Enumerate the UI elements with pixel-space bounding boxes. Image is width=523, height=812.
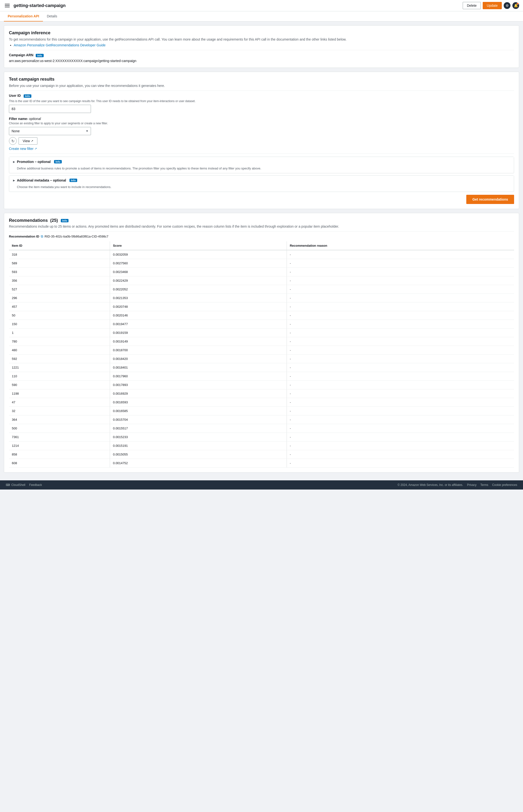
user-id-info-badge[interactable]: Info [24, 94, 31, 98]
cell-score: 0.0022052 [110, 285, 287, 294]
campaign-inference-desc: To get recommendations for this campaign… [9, 37, 514, 41]
cell-item-id: 296 [9, 294, 110, 302]
tab-details[interactable]: Details [43, 11, 61, 21]
view-button[interactable]: View ↗ [19, 137, 37, 145]
table-row: 457 0.0020748 - [9, 302, 514, 311]
feedback-link[interactable]: Feedback [29, 483, 42, 487]
filter-label: Filter name- optional [9, 117, 514, 121]
cell-reason: - [287, 250, 514, 259]
table-row: 1214 0.0015191 - [9, 441, 514, 450]
external-link-icon: ↗ [31, 139, 33, 143]
cell-reason: - [287, 433, 514, 441]
recommendations-desc: Recommendations include up to 25 items o… [9, 225, 514, 228]
table-row: 500 0.0015517 - [9, 424, 514, 433]
cell-item-id: 527 [9, 285, 110, 294]
cell-reason: - [287, 346, 514, 355]
privacy-link[interactable]: Privacy [467, 483, 476, 487]
cell-score: 0.0015191 [110, 441, 287, 450]
cell-reason: - [287, 311, 514, 320]
promotion-header[interactable]: ▶ Promotion – optional Info [9, 157, 514, 166]
cell-score: 0.0018420 [110, 355, 287, 363]
cell-reason: - [287, 294, 514, 302]
table-row: 356 0.0022429 - [9, 276, 514, 285]
tab-personalization-api[interactable]: Personalization API [4, 11, 43, 21]
arn-label: Campaign ARN [9, 53, 33, 57]
rec-id-row: Recommendation ID ⧉ RID-35-402c-ba0b-5fb… [9, 234, 514, 239]
cell-reason: - [287, 276, 514, 285]
metadata-header[interactable]: ▶ Additional metadata – optional Info [9, 176, 514, 185]
cell-item-id: 7361 [9, 433, 110, 441]
dev-guide-link[interactable]: Amazon Personalize GetRecommendations De… [14, 43, 106, 47]
promotion-arrow-icon: ▶ [13, 160, 15, 163]
cell-item-id: 1214 [9, 441, 110, 450]
cell-score: 0.0015517 [110, 424, 287, 433]
cell-score: 0.0016585 [110, 407, 287, 416]
table-row: 364 0.0015704 - [9, 416, 514, 424]
cell-score: 0.0018700 [110, 346, 287, 355]
cell-item-id: 50 [9, 311, 110, 320]
table-row: 592 0.0018420 - [9, 355, 514, 363]
cell-item-id: 780 [9, 337, 110, 346]
promotion-info-badge[interactable]: Info [54, 160, 62, 163]
cell-item-id: 1198 [9, 389, 110, 398]
update-button[interactable]: Update [483, 2, 502, 9]
cloudshell-button[interactable]: ⌨ CloudShell [6, 483, 25, 487]
recommendations-info-badge[interactable]: Info [61, 219, 69, 222]
cell-reason: - [287, 302, 514, 311]
delete-button[interactable]: Delete [463, 2, 481, 9]
copy-icon[interactable]: ⧉ [41, 234, 43, 239]
cell-item-id: 608 [9, 459, 110, 467]
cookie-link[interactable]: Cookie preferences [492, 483, 517, 487]
metadata-info-badge[interactable]: Info [70, 179, 77, 182]
cell-item-id: 32 [9, 407, 110, 416]
metadata-body: Choose the item metadata you want to inc… [9, 185, 514, 192]
cell-reason: - [287, 363, 514, 372]
cell-reason: - [287, 424, 514, 433]
col-score: Score [110, 241, 287, 250]
cell-item-id: 1 [9, 329, 110, 337]
col-reason: Recommendation reason [287, 241, 514, 250]
test-campaign-card: Test campaign results Before you use you… [4, 72, 519, 209]
cell-score: 0.0017893 [110, 381, 287, 389]
recommendations-count: (25) [50, 218, 58, 223]
user-id-input[interactable] [9, 105, 91, 113]
cell-reason: - [287, 268, 514, 276]
table-row: 1221 0.0018401 - [9, 363, 514, 372]
cell-item-id: 590 [9, 381, 110, 389]
cell-reason: - [287, 372, 514, 381]
arn-info-badge[interactable]: Info [36, 54, 43, 57]
cell-item-id: 356 [9, 276, 110, 285]
table-row: 110 0.0017960 - [9, 372, 514, 381]
cell-score: 0.0023468 [110, 268, 287, 276]
terms-link[interactable]: Terms [480, 483, 488, 487]
table-row: 480 0.0018700 - [9, 346, 514, 355]
create-filter-link[interactable]: Create new filter ↗ [9, 147, 514, 151]
cell-score: 0.0019159 [110, 329, 287, 337]
cell-score: 0.0018401 [110, 363, 287, 372]
refresh-button[interactable]: ↻ [9, 137, 17, 145]
cell-item-id: 592 [9, 355, 110, 363]
cell-reason: - [287, 285, 514, 294]
cell-reason: - [287, 381, 514, 389]
cell-reason: - [287, 320, 514, 329]
external-link-icon-2: ↗ [35, 147, 37, 151]
table-row: 150 0.0019477 - [9, 320, 514, 329]
cell-reason: - [287, 329, 514, 337]
page-title: getting-started-campaign [14, 3, 66, 8]
settings-icon[interactable]: ⚙ [504, 2, 510, 9]
filter-select[interactable]: None [9, 127, 91, 135]
table-row: 47 0.0016593 - [9, 398, 514, 407]
cell-score: 0.0015233 [110, 433, 287, 441]
notification-icon[interactable]: 🔔 [512, 2, 519, 9]
user-id-desc: This is the user ID of the user you want… [9, 100, 514, 103]
cell-reason: - [287, 441, 514, 450]
cell-score: 0.0027560 [110, 259, 287, 268]
table-row: 1 0.0019159 - [9, 329, 514, 337]
cell-item-id: 318 [9, 250, 110, 259]
arn-value: arn:aws:personalize:us-west-2:XXXXXXXXXX… [9, 59, 514, 63]
menu-icon[interactable] [4, 3, 11, 8]
get-recommendations-button[interactable]: Get recommendations [466, 195, 514, 204]
metadata-arrow-icon: ▶ [13, 179, 15, 182]
rec-id-label: Recommendation ID [9, 235, 39, 238]
promotion-body: Define additional business rules to prom… [9, 166, 514, 173]
